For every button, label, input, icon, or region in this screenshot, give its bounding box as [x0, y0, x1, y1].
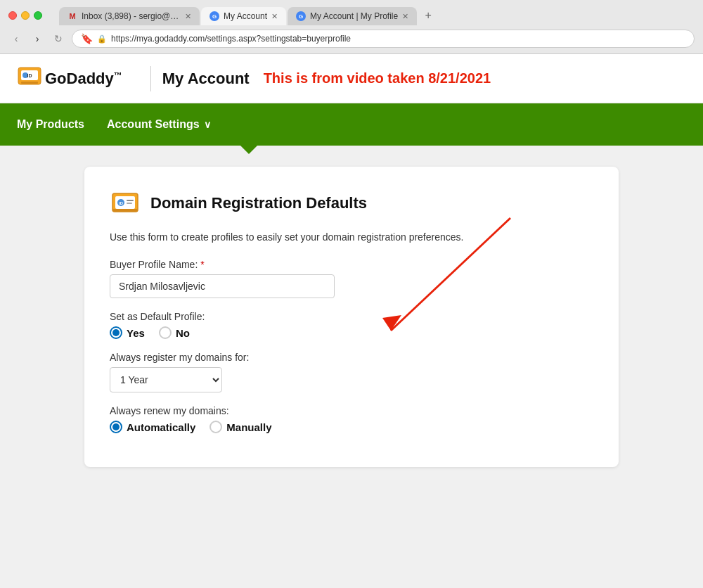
- buyer-profile-name-label: Buyer Profile Name: *: [110, 259, 593, 270]
- tab-my-profile-label: My Account | My Profile: [310, 11, 398, 21]
- title-bar: M Inbox (3,898) - sergio@kitcheninst... …: [0, 0, 703, 25]
- browser-chrome: M Inbox (3,898) - sergio@kitcheninst... …: [0, 0, 703, 54]
- back-button[interactable]: ‹: [8, 31, 24, 46]
- card-title: Domain Registration Defaults: [150, 194, 367, 212]
- content-card: ID Domain Registration Defaults Use this…: [84, 167, 619, 467]
- renew-auto-option[interactable]: Automatically: [110, 421, 195, 433]
- default-profile-yes-option[interactable]: Yes: [110, 326, 145, 339]
- tab-gmail-close[interactable]: ✕: [185, 12, 191, 21]
- lock-icon: 🔒: [97, 34, 107, 44]
- svg-text:ID: ID: [119, 201, 124, 205]
- default-profile-no-label: No: [176, 327, 190, 339]
- svg-rect-10: [112, 209, 138, 212]
- svg-rect-9: [127, 203, 132, 204]
- nav-my-products[interactable]: My Products: [17, 118, 84, 131]
- header-annotation: This is from video taken 8/21/2021: [264, 70, 491, 87]
- nav-dropdown-arrow: [239, 144, 259, 154]
- account-settings-chevron: ∨: [204, 119, 211, 130]
- new-tab-button[interactable]: +: [418, 6, 438, 25]
- svg-rect-3: [21, 82, 38, 84]
- godaddy-favicon-active: G: [209, 11, 219, 21]
- close-button[interactable]: [8, 11, 17, 20]
- tab-my-profile-close[interactable]: ✕: [402, 12, 408, 21]
- default-profile-yes-radio[interactable]: [110, 326, 122, 339]
- buyer-profile-name-input[interactable]: [110, 274, 335, 298]
- nav-account-settings[interactable]: Account Settings ∨: [107, 118, 211, 131]
- default-profile-radio-group: Yes No: [110, 326, 593, 339]
- registration-duration-label: Always register my domains for:: [110, 352, 593, 363]
- traffic-lights: [8, 11, 42, 20]
- renew-manual-label: Manually: [226, 421, 271, 433]
- registration-duration-group: Always register my domains for: 1 Year 2…: [110, 352, 593, 392]
- svg-text:ID: ID: [27, 73, 32, 78]
- renew-group: Always renew my domains: Automatically M…: [110, 405, 593, 433]
- url-bar[interactable]: 🔖 🔒 https://mya.godaddy.com/settings.asp…: [72, 30, 695, 48]
- gmail-favicon: M: [67, 11, 77, 21]
- default-profile-label: Set as Default Profile:: [110, 311, 593, 322]
- tab-my-account-label: My Account: [224, 11, 267, 21]
- svg-rect-8: [127, 200, 134, 201]
- tabs-bar: M Inbox (3,898) - sergio@kitcheninst... …: [59, 6, 695, 25]
- renew-radio-group: Automatically Manually: [110, 421, 593, 433]
- renew-auto-radio[interactable]: [110, 421, 122, 433]
- radio-dot: [112, 329, 120, 336]
- account-settings-label: Account Settings: [107, 118, 200, 131]
- tab-gmail[interactable]: M Inbox (3,898) - sergio@kitcheninst... …: [59, 7, 200, 25]
- renew-manual-radio[interactable]: [209, 421, 222, 433]
- header-title: My Account: [162, 70, 250, 88]
- domain-registration-icon: ID: [110, 188, 141, 219]
- default-profile-group: Set as Default Profile: Yes No: [110, 311, 593, 339]
- maximize-button[interactable]: [34, 11, 42, 20]
- default-profile-no-option[interactable]: No: [159, 326, 190, 339]
- tab-gmail-label: Inbox (3,898) - sergio@kitcheninst...: [82, 11, 181, 21]
- registration-duration-select[interactable]: 1 Year 2 Years 5 Years 10 Years: [110, 367, 222, 392]
- card-header: ID Domain Registration Defaults: [110, 188, 593, 219]
- renew-manual-option[interactable]: Manually: [209, 421, 271, 433]
- godaddy-logo-text: GoDaddy™: [45, 70, 122, 88]
- default-profile-no-radio[interactable]: [159, 326, 172, 339]
- required-indicator: *: [200, 259, 204, 270]
- url-text: https://mya.godaddy.com/settings.aspx?se…: [111, 34, 351, 44]
- minimize-button[interactable]: [21, 11, 30, 20]
- card-description: Use this form to create profiles to easi…: [110, 230, 593, 245]
- renew-auto-label: Automatically: [127, 421, 195, 433]
- default-profile-yes-label: Yes: [127, 327, 145, 339]
- godaddy-logo[interactable]: ID GoDaddy™: [17, 66, 122, 91]
- header-divider: [150, 66, 151, 91]
- reload-button[interactable]: ↻: [51, 31, 66, 46]
- address-bar: ‹ › ↻ 🔖 🔒 https://mya.godaddy.com/settin…: [0, 25, 703, 53]
- bookmark-icon[interactable]: 🔖: [81, 33, 93, 44]
- tab-my-account-close[interactable]: ✕: [271, 12, 278, 21]
- godaddy-favicon-profile: G: [296, 11, 306, 21]
- logo-tm: ™: [114, 70, 122, 79]
- radio-dot-auto: [112, 423, 120, 430]
- main-content: ID Domain Registration Defaults Use this…: [0, 146, 703, 582]
- godaddy-header: ID GoDaddy™ My Account This is from vide…: [0, 54, 703, 103]
- buyer-profile-name-group: Buyer Profile Name: *: [110, 259, 593, 298]
- forward-button[interactable]: ›: [30, 31, 45, 46]
- renew-label: Always renew my domains:: [110, 405, 593, 416]
- green-nav: My Products Account Settings ∨: [0, 103, 703, 146]
- tab-my-account[interactable]: G My Account ✕: [201, 7, 286, 25]
- godaddy-logo-icon: ID: [17, 66, 42, 91]
- tab-my-profile[interactable]: G My Account | My Profile ✕: [288, 7, 417, 25]
